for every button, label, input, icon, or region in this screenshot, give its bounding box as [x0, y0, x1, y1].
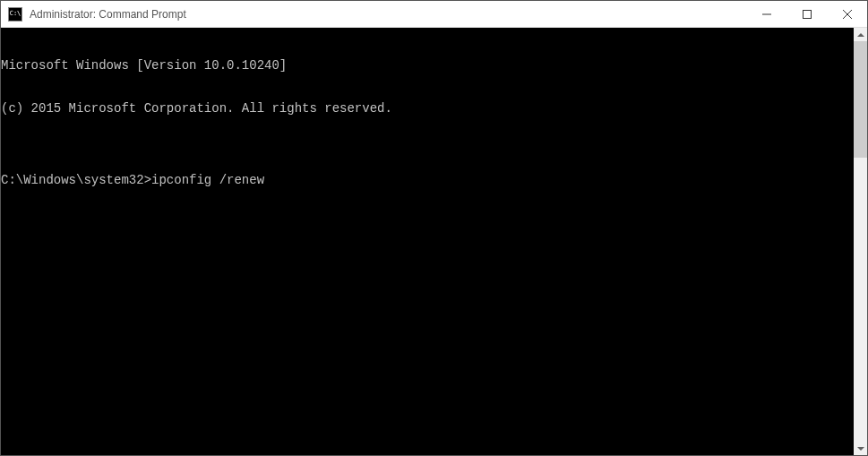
terminal-line: (c) 2015 Microsoft Corporation. All righ…: [1, 101, 854, 116]
titlebar[interactable]: C:\ Administrator: Command Prompt: [1, 1, 867, 28]
chevron-down-icon: [857, 447, 864, 451]
terminal-area: Microsoft Windows [Version 10.0.10240] (…: [1, 28, 867, 455]
scroll-track[interactable]: [854, 41, 867, 442]
minimize-icon: [762, 10, 771, 19]
scroll-up-arrow[interactable]: [854, 28, 867, 41]
minimize-button[interactable]: [746, 1, 786, 27]
chevron-up-icon: [857, 33, 864, 37]
vertical-scrollbar[interactable]: [854, 28, 867, 455]
terminal-line: Microsoft Windows [Version 10.0.10240]: [1, 58, 854, 73]
close-button[interactable]: [827, 1, 867, 27]
close-icon: [843, 10, 852, 19]
maximize-icon: [803, 10, 812, 19]
terminal-line: C:\Windows\system32>ipconfig /renew: [1, 173, 854, 187]
scroll-down-arrow[interactable]: [854, 442, 867, 455]
command-prompt-window: C:\ Administrator: Command Prompt Micros…: [0, 0, 868, 456]
window-controls: [746, 1, 867, 27]
maximize-button[interactable]: [786, 1, 827, 27]
window-title: Administrator: Command Prompt: [30, 8, 746, 21]
svg-rect-1: [803, 10, 811, 18]
scroll-thumb[interactable]: [854, 41, 867, 158]
app-icon: C:\: [8, 7, 22, 22]
terminal-output[interactable]: Microsoft Windows [Version 10.0.10240] (…: [1, 28, 854, 455]
